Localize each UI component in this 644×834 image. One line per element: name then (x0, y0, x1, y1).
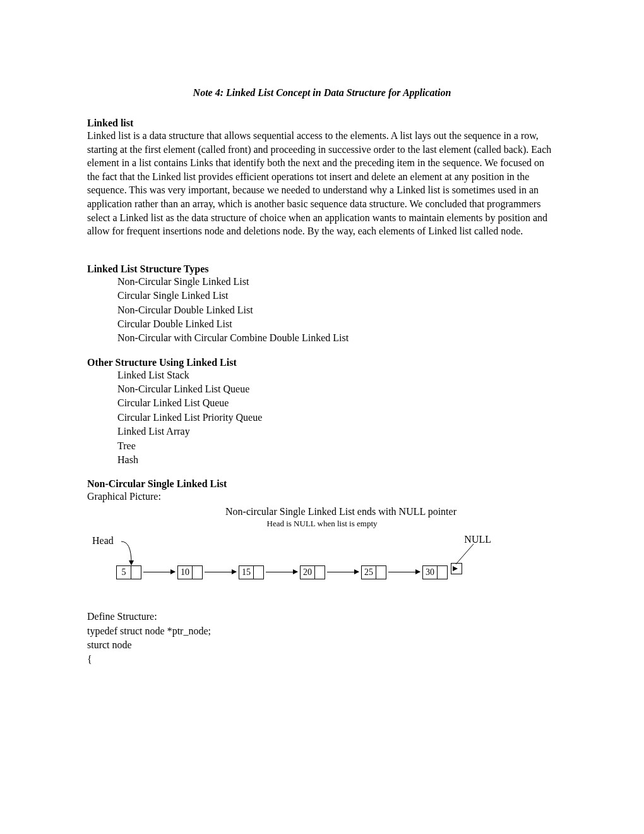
list-item: Circular Linked List Queue (117, 396, 557, 410)
list-item: Non-Circular with Circular Combine Doubl… (117, 331, 557, 345)
subheading-graphical: Graphical Picture: (87, 491, 557, 502)
heading-structure-types: Linked List Structure Types (87, 263, 557, 275)
list-item: Linked List Stack (117, 368, 557, 382)
list-item: Circular Single Linked List (117, 289, 557, 303)
node-value: 20 (301, 566, 315, 579)
node: 20 (300, 565, 325, 579)
arrow-icon (388, 572, 420, 572)
arrow-icon (205, 572, 236, 572)
head-arrow-icon (119, 538, 144, 568)
list-item: Hash (117, 453, 557, 467)
list-item: Non-Circular Double Linked List (117, 303, 557, 317)
heading-linked-list: Linked list (87, 118, 557, 129)
code-line: { (87, 653, 557, 667)
node: 10 (177, 565, 203, 579)
document-title: Note 4: Linked List Concept in Data Stru… (87, 87, 557, 99)
list-item: Non-Circular Linked List Queue (117, 382, 557, 396)
svg-marker-0 (129, 560, 134, 565)
code-line: sturct node (87, 638, 557, 652)
list-item: Tree (117, 439, 557, 453)
list-item: Linked List Array (117, 425, 557, 438)
section-noncircular: Non-Circular Single Linked List Graphica… (87, 478, 557, 595)
node: 30 (422, 565, 448, 579)
diagram-caption: Non-circular Single Linked List ends wit… (87, 506, 557, 517)
null-arrow-icon (452, 543, 477, 565)
node: 15 (239, 565, 264, 579)
null-box (451, 563, 462, 574)
code-block: Define Structure: typedef struct node *p… (87, 610, 557, 667)
arrow-icon (266, 572, 297, 572)
list-structure-types: Non-Circular Single Linked List Circular… (117, 275, 557, 346)
list-item: Circular Linked List Priority Queue (117, 411, 557, 425)
list-other-structure: Linked List Stack Non-Circular Linked Li… (117, 368, 557, 468)
arrow-icon (143, 572, 175, 572)
node-value: 5 (117, 566, 131, 579)
diagram-subcaption: Head is NULL when list is empty (87, 519, 557, 529)
node-value: 15 (239, 566, 254, 579)
section-linked-list: Linked list Linked list is a data struct… (87, 118, 557, 238)
node: 25 (361, 565, 386, 579)
list-item: Non-Circular Single Linked List (117, 275, 557, 289)
section-structure-types: Linked List Structure Types Non-Circular… (87, 263, 557, 346)
node-value: 30 (423, 566, 438, 579)
document-page: Note 4: Linked List Concept in Data Stru… (0, 0, 644, 667)
paragraph-linked-list: Linked list is a data structure that all… (87, 129, 557, 238)
heading-noncircular: Non-Circular Single Linked List (87, 478, 557, 490)
svg-line-1 (456, 544, 474, 564)
head-label: Head (92, 535, 114, 547)
code-line: Define Structure: (87, 610, 557, 624)
node-value: 10 (178, 566, 193, 579)
node: 5 (116, 565, 141, 579)
arrow-icon (327, 572, 359, 572)
linked-list-diagram: Head NULL 5 10 15 20 25 30 (87, 531, 479, 595)
node-value: 25 (362, 566, 376, 579)
heading-other-structure: Other Structure Using Linked List (87, 357, 557, 368)
list-item: Circular Double Linked List (117, 317, 557, 331)
section-other-structure: Other Structure Using Linked List Linked… (87, 357, 557, 468)
code-line: typedef struct node *ptr_node; (87, 624, 557, 638)
